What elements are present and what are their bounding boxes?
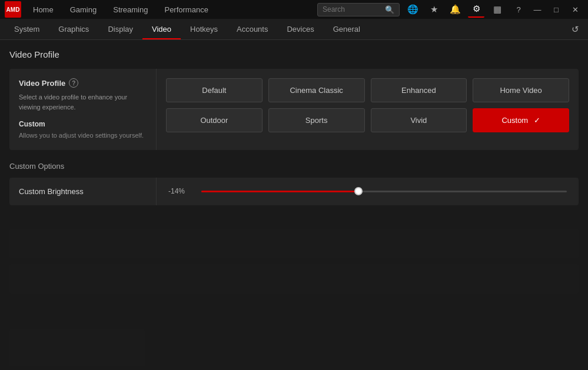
vp-description: Select a video profile to enhance your v… — [19, 92, 147, 112]
search-icon: 🔍 — [385, 5, 394, 14]
brightness-value: -14% — [168, 187, 192, 195]
nav-performance[interactable]: Performance — [157, 3, 215, 16]
nav-gaming[interactable]: Gaming — [63, 3, 104, 16]
vp-help-icon[interactable]: ? — [69, 78, 78, 88]
titlebar-right: 🔍 🌐 ★ 🔔 ⚙ ▦ ? — □ ✕ — [317, 1, 583, 18]
profile-btn-default[interactable]: Default — [166, 78, 263, 102]
tab-video[interactable]: Video — [142, 19, 181, 39]
globe-icon-btn[interactable]: 🌐 — [404, 1, 421, 18]
vp-left-panel: Video Profile ? Select a video profile t… — [9, 69, 157, 150]
brightness-slider-thumb[interactable] — [354, 187, 363, 195]
brightness-slider-track — [201, 191, 567, 192]
tabs-row: System Graphics Display Video Hotkeys Ac… — [0, 19, 588, 40]
profile-row-2: Outdoor Sports Vivid Custom ✓ — [166, 108, 569, 132]
custom-options-title: Custom Options — [9, 162, 579, 171]
main-nav: Home Gaming Streaming Performance — [26, 3, 215, 16]
brightness-slider-fill — [201, 191, 358, 192]
video-profile-card: Video Profile ? Select a video profile t… — [9, 69, 579, 150]
titlebar-left: AMD Home Gaming Streaming Performance — [5, 1, 215, 18]
brightness-control: -14% — [157, 185, 579, 197]
tabs-right: ↺ — [567, 21, 583, 38]
vp-right-panel: Default Cinema Classic Enhanced Home Vid… — [157, 69, 579, 150]
profile-btn-vivid[interactable]: Vivid — [371, 108, 467, 132]
search-box[interactable]: 🔍 — [317, 3, 400, 16]
vp-section-label: Video Profile — [19, 79, 65, 88]
minimize-btn[interactable]: — — [529, 1, 546, 18]
tab-accounts[interactable]: Accounts — [227, 19, 277, 39]
profile-btn-cinema-classic[interactable]: Cinema Classic — [268, 78, 365, 102]
tab-display[interactable]: Display — [98, 19, 142, 39]
blurred-content — [9, 229, 579, 367]
profile-btn-custom[interactable]: Custom ✓ — [473, 108, 569, 132]
refresh-btn[interactable]: ↺ — [567, 21, 583, 38]
nav-home[interactable]: Home — [26, 3, 61, 16]
vp-custom-desc: Allows you to adjust video settings your… — [19, 131, 147, 141]
tab-system[interactable]: System — [5, 19, 49, 39]
brightness-slider-container — [201, 185, 567, 197]
bell-icon-btn[interactable]: 🔔 — [447, 1, 463, 18]
tab-graphics[interactable]: Graphics — [49, 19, 98, 39]
page-content: Video Profile Video Profile ? Select a v… — [0, 40, 588, 366]
tab-hotkeys[interactable]: Hotkeys — [181, 19, 227, 39]
help-btn[interactable]: ? — [510, 1, 527, 18]
amd-logo: AMD — [5, 1, 21, 18]
maximize-btn[interactable]: □ — [548, 1, 564, 18]
tab-general[interactable]: General — [324, 19, 370, 39]
profile-btn-sports[interactable]: Sports — [268, 108, 365, 132]
tab-devices[interactable]: Devices — [277, 19, 323, 39]
brightness-option-card: Custom Brightness -14% — [9, 178, 579, 205]
profile-btn-enhanced[interactable]: Enhanced — [371, 78, 467, 102]
page-title: Video Profile — [9, 49, 579, 59]
search-input[interactable] — [323, 5, 381, 14]
settings-icon-btn[interactable]: ⚙ — [468, 1, 484, 18]
display-icon-btn[interactable]: ▦ — [489, 1, 506, 18]
close-btn[interactable]: ✕ — [567, 1, 583, 18]
window-controls: ? — □ ✕ — [510, 1, 583, 18]
star-icon-btn[interactable]: ★ — [426, 1, 442, 18]
nav-streaming[interactable]: Streaming — [106, 3, 155, 16]
profile-row-1: Default Cinema Classic Enhanced Home Vid… — [166, 78, 569, 102]
profile-btn-outdoor[interactable]: Outdoor — [166, 108, 263, 132]
vp-custom-title: Custom — [19, 120, 147, 128]
vp-title-row: Video Profile ? — [19, 78, 147, 88]
brightness-label: Custom Brightness — [9, 178, 157, 205]
profile-btn-home-video[interactable]: Home Video — [473, 78, 569, 102]
titlebar: AMD Home Gaming Streaming Performance 🔍 … — [0, 0, 588, 19]
